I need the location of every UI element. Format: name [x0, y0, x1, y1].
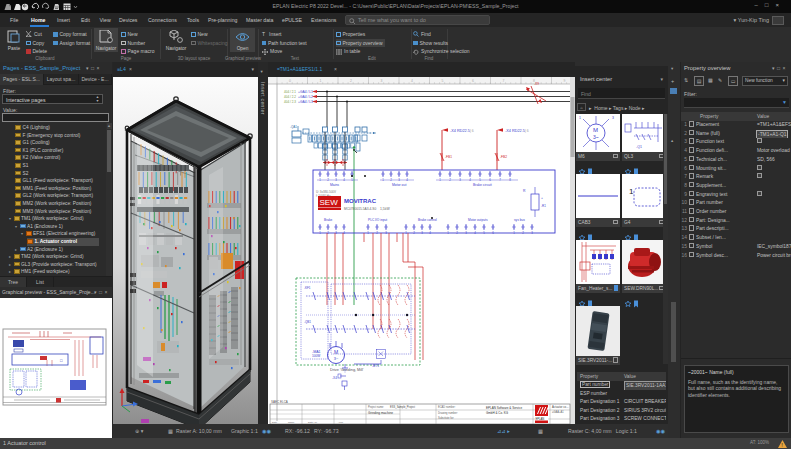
svg-text:Project name:: Project name:: [368, 405, 384, 409]
svg-text:-X4 RD22.5: -X4 RD22.5: [450, 129, 470, 133]
svg-text:| 6: | 6: [470, 129, 474, 133]
svg-text:=GAA+A1: =GAA+A1: [552, 410, 564, 414]
svg-text:Drive 'Grinding, Mill': Drive 'Grinding, Mill': [330, 368, 364, 372]
svg-text:SEW: SEW: [320, 198, 339, 207]
svg-text:Substitute for:: Substitute for:: [438, 416, 454, 420]
svg-text:MC07B0015-5A3-4-S0: MC07B0015-5A3-4-S0: [344, 207, 376, 211]
svg-text:1,5kW: 1,5kW: [380, 207, 390, 211]
svg-text:-QB1: -QB1: [304, 320, 311, 324]
svg-text:ECAD number:: ECAD number:: [438, 405, 456, 409]
svg-text:3: 3: [381, 79, 383, 83]
svg-text:Motor outputs: Motor outputs: [468, 218, 488, 222]
svg-text:-FB1: -FB1: [445, 155, 452, 159]
svg-text:7: 7: [503, 79, 505, 83]
svg-text:1: 1: [579, 116, 581, 120]
svg-text:3: 3: [612, 116, 614, 120]
svg-text:6: 6: [472, 79, 474, 83]
svg-text:Brake control: Brake control: [418, 218, 437, 222]
svg-text:M: M: [593, 127, 598, 133]
svg-text:2: 2: [350, 79, 352, 83]
svg-text:-Q1: -Q1: [636, 145, 642, 149]
svg-text:sys bus: sys bus: [514, 218, 525, 222]
svg-text:-BT1: -BT1: [372, 364, 379, 368]
svg-text:5: 5: [442, 79, 444, 83]
svg-text:Drawing number:: Drawing number:: [438, 411, 458, 415]
svg-text:3~: 3~: [334, 356, 339, 361]
svg-text:+GA4 / L3: +GA4 / L3: [298, 100, 313, 104]
svg-text:Motor out: Motor out: [392, 183, 406, 187]
svg-text:Mains: Mains: [330, 183, 339, 187]
svg-text:ESS_Sample_Project: ESS_Sample_Project: [390, 405, 415, 409]
svg-text:GmbH & Co. KG: GmbH & Co. KG: [486, 411, 509, 415]
svg-text:-X4: -X4: [332, 376, 337, 380]
svg-text:0: 0: [289, 79, 291, 83]
svg-text:-X9: -X9: [534, 82, 539, 86]
svg-text:Actuator co...: Actuator co...: [552, 405, 569, 409]
svg-text:-QA1: -QA1: [290, 125, 297, 129]
svg-text:| 6: | 6: [525, 129, 529, 133]
svg-text:4: 4: [411, 79, 413, 83]
svg-text:EPLAN Software & Service: EPLAN Software & Service: [486, 406, 523, 410]
svg-text:Brake: Brake: [324, 218, 333, 222]
svg-text:MOVITRAC: MOVITRAC: [344, 198, 377, 204]
svg-text:404 / 2.1: 404 / 2.1: [284, 90, 296, 94]
svg-text:-X4 RD22.5: -X4 RD22.5: [505, 129, 525, 133]
svg-text:PLC I/O input: PLC I/O input: [368, 218, 387, 222]
svg-text:-KF1: -KF1: [304, 286, 311, 290]
svg-text:3~: 3~: [593, 134, 599, 140]
svg-text:-R1: -R1: [541, 204, 546, 208]
svg-text:SAEC ELCA: SAEC ELCA: [271, 400, 288, 404]
svg-text:EPLAN: EPLAN: [536, 417, 545, 421]
svg-text:Brake circuit: Brake circuit: [473, 183, 492, 187]
svg-text:1: 1: [629, 187, 634, 196]
svg-text:404 / 2.2: 404 / 2.2: [284, 95, 296, 99]
svg-text:404 / 2.3: 404 / 2.3: [284, 100, 296, 104]
svg-text:+: +: [541, 196, 543, 200]
svg-text:100W: 100W: [312, 354, 320, 358]
svg-text:M: M: [334, 349, 338, 355]
svg-text:+GA4 / L2: +GA4 / L2: [298, 95, 313, 99]
svg-text:+GA4 / L1: +GA4 / L1: [298, 90, 313, 94]
svg-text:1: 1: [320, 79, 322, 83]
svg-text:9: 9: [564, 79, 566, 83]
svg-text:-FB2: -FB2: [500, 155, 507, 159]
svg-text:Grinding machine: Grinding machine: [368, 411, 393, 415]
